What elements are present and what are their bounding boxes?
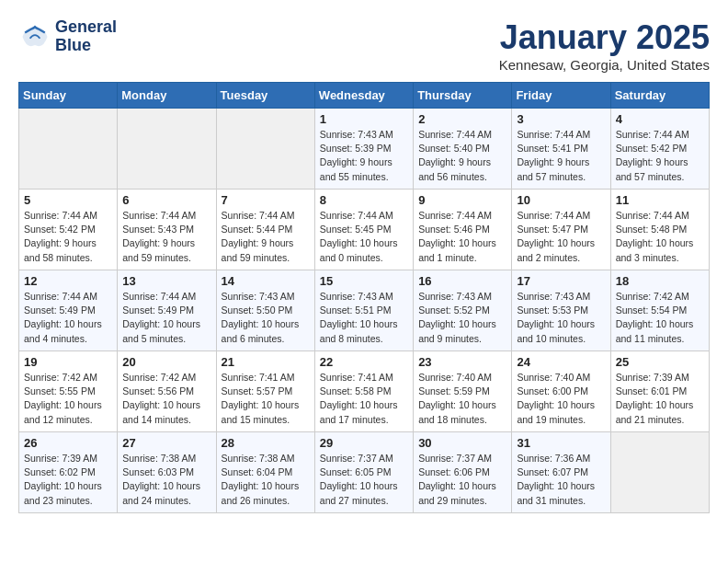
day-info: Sunrise: 7:42 AM Sunset: 5:55 PM Dayligh… xyxy=(24,371,112,427)
calendar-cell: 2Sunrise: 7:44 AM Sunset: 5:40 PM Daylig… xyxy=(414,109,512,190)
calendar-cell: 19Sunrise: 7:42 AM Sunset: 5:55 PM Dayli… xyxy=(19,351,118,432)
calendar-cell xyxy=(610,432,709,513)
calendar-cell: 25Sunrise: 7:39 AM Sunset: 6:01 PM Dayli… xyxy=(610,351,709,432)
month-title: January 2025 xyxy=(499,18,710,57)
weekday-header-tuesday: Tuesday xyxy=(216,83,314,109)
day-info: Sunrise: 7:44 AM Sunset: 5:42 PM Dayligh… xyxy=(24,209,112,265)
day-info: Sunrise: 7:44 AM Sunset: 5:40 PM Dayligh… xyxy=(418,128,506,184)
day-info: Sunrise: 7:36 AM Sunset: 6:07 PM Dayligh… xyxy=(517,452,605,508)
day-number: 12 xyxy=(24,274,112,288)
day-info: Sunrise: 7:39 AM Sunset: 6:01 PM Dayligh… xyxy=(616,371,704,427)
calendar-cell: 20Sunrise: 7:42 AM Sunset: 5:56 PM Dayli… xyxy=(118,351,216,432)
day-number: 9 xyxy=(418,193,506,207)
calendar-week-1: 1Sunrise: 7:43 AM Sunset: 5:39 PM Daylig… xyxy=(19,109,710,190)
calendar-cell: 30Sunrise: 7:37 AM Sunset: 6:06 PM Dayli… xyxy=(414,432,512,513)
calendar-table: SundayMondayTuesdayWednesdayThursdayFrid… xyxy=(18,82,710,513)
day-info: Sunrise: 7:44 AM Sunset: 5:49 PM Dayligh… xyxy=(24,290,112,346)
day-number: 1 xyxy=(320,112,408,126)
day-info: Sunrise: 7:43 AM Sunset: 5:39 PM Dayligh… xyxy=(320,128,408,184)
day-info: Sunrise: 7:37 AM Sunset: 6:06 PM Dayligh… xyxy=(418,452,506,508)
day-number: 30 xyxy=(418,436,506,450)
day-number: 23 xyxy=(418,355,506,369)
calendar-cell: 27Sunrise: 7:38 AM Sunset: 6:03 PM Dayli… xyxy=(118,432,216,513)
day-info: Sunrise: 7:44 AM Sunset: 5:44 PM Dayligh… xyxy=(222,209,310,265)
logo: General Blue xyxy=(18,18,117,55)
logo-icon xyxy=(18,20,51,53)
day-info: Sunrise: 7:44 AM Sunset: 5:43 PM Dayligh… xyxy=(122,209,210,265)
calendar-cell: 11Sunrise: 7:44 AM Sunset: 5:48 PM Dayli… xyxy=(610,190,709,270)
weekday-header-thursday: Thursday xyxy=(414,83,512,109)
calendar-cell: 9Sunrise: 7:44 AM Sunset: 5:46 PM Daylig… xyxy=(414,190,512,270)
logo-line2: Blue xyxy=(55,37,117,55)
logo-line1: General xyxy=(55,18,117,37)
weekday-header-wednesday: Wednesday xyxy=(314,83,413,109)
day-number: 21 xyxy=(222,355,310,369)
title-block: January 2025 Kennesaw, Georgia, United S… xyxy=(499,18,710,73)
calendar-cell: 31Sunrise: 7:36 AM Sunset: 6:07 PM Dayli… xyxy=(512,432,610,513)
day-number: 22 xyxy=(320,355,408,369)
weekday-header-saturday: Saturday xyxy=(610,83,709,109)
day-number: 2 xyxy=(418,112,506,126)
calendar-cell: 29Sunrise: 7:37 AM Sunset: 6:05 PM Dayli… xyxy=(314,432,413,513)
day-number: 14 xyxy=(222,274,310,288)
calendar-cell: 10Sunrise: 7:44 AM Sunset: 5:47 PM Dayli… xyxy=(512,190,610,270)
day-info: Sunrise: 7:40 AM Sunset: 5:59 PM Dayligh… xyxy=(418,371,506,427)
calendar-cell: 28Sunrise: 7:38 AM Sunset: 6:04 PM Dayli… xyxy=(216,432,314,513)
calendar-cell: 23Sunrise: 7:40 AM Sunset: 5:59 PM Dayli… xyxy=(414,351,512,432)
day-number: 16 xyxy=(418,274,506,288)
day-number: 17 xyxy=(517,274,605,288)
day-info: Sunrise: 7:40 AM Sunset: 6:00 PM Dayligh… xyxy=(517,371,605,427)
calendar-cell: 5Sunrise: 7:44 AM Sunset: 5:42 PM Daylig… xyxy=(19,190,118,270)
day-info: Sunrise: 7:44 AM Sunset: 5:48 PM Dayligh… xyxy=(616,209,704,265)
calendar-cell: 22Sunrise: 7:41 AM Sunset: 5:58 PM Dayli… xyxy=(314,351,413,432)
day-number: 27 xyxy=(122,436,210,450)
calendar-week-5: 26Sunrise: 7:39 AM Sunset: 6:02 PM Dayli… xyxy=(19,432,710,513)
calendar-cell xyxy=(118,109,216,190)
location: Kennesaw, Georgia, United States xyxy=(499,57,710,73)
day-info: Sunrise: 7:43 AM Sunset: 5:53 PM Dayligh… xyxy=(517,290,605,346)
calendar-cell: 1Sunrise: 7:43 AM Sunset: 5:39 PM Daylig… xyxy=(314,109,413,190)
calendar-cell: 3Sunrise: 7:44 AM Sunset: 5:41 PM Daylig… xyxy=(512,109,610,190)
day-info: Sunrise: 7:44 AM Sunset: 5:49 PM Dayligh… xyxy=(122,290,210,346)
calendar-cell: 6Sunrise: 7:44 AM Sunset: 5:43 PM Daylig… xyxy=(118,190,216,270)
weekday-header-row: SundayMondayTuesdayWednesdayThursdayFrid… xyxy=(19,83,710,109)
calendar-cell xyxy=(216,109,314,190)
page-header: General Blue January 2025 Kennesaw, Geor… xyxy=(18,18,710,73)
day-info: Sunrise: 7:44 AM Sunset: 5:45 PM Dayligh… xyxy=(320,209,408,265)
calendar-week-4: 19Sunrise: 7:42 AM Sunset: 5:55 PM Dayli… xyxy=(19,351,710,432)
day-info: Sunrise: 7:41 AM Sunset: 5:58 PM Dayligh… xyxy=(320,371,408,427)
day-number: 18 xyxy=(616,274,704,288)
day-info: Sunrise: 7:44 AM Sunset: 5:46 PM Dayligh… xyxy=(418,209,506,265)
day-info: Sunrise: 7:39 AM Sunset: 6:02 PM Dayligh… xyxy=(24,452,112,508)
day-number: 15 xyxy=(320,274,408,288)
day-info: Sunrise: 7:37 AM Sunset: 6:05 PM Dayligh… xyxy=(320,452,408,508)
weekday-header-sunday: Sunday xyxy=(19,83,118,109)
day-number: 28 xyxy=(222,436,310,450)
day-number: 19 xyxy=(24,355,112,369)
day-number: 8 xyxy=(320,193,408,207)
day-number: 5 xyxy=(24,193,112,207)
calendar-cell: 16Sunrise: 7:43 AM Sunset: 5:52 PM Dayli… xyxy=(414,270,512,351)
day-number: 6 xyxy=(122,193,210,207)
calendar-cell: 15Sunrise: 7:43 AM Sunset: 5:51 PM Dayli… xyxy=(314,270,413,351)
day-number: 13 xyxy=(122,274,210,288)
day-info: Sunrise: 7:42 AM Sunset: 5:54 PM Dayligh… xyxy=(616,290,704,346)
calendar-cell: 18Sunrise: 7:42 AM Sunset: 5:54 PM Dayli… xyxy=(610,270,709,351)
day-number: 7 xyxy=(222,193,310,207)
day-number: 4 xyxy=(616,112,704,126)
day-number: 31 xyxy=(517,436,605,450)
day-number: 20 xyxy=(122,355,210,369)
calendar-cell: 24Sunrise: 7:40 AM Sunset: 6:00 PM Dayli… xyxy=(512,351,610,432)
day-info: Sunrise: 7:43 AM Sunset: 5:50 PM Dayligh… xyxy=(222,290,310,346)
day-number: 11 xyxy=(616,193,704,207)
calendar-cell: 13Sunrise: 7:44 AM Sunset: 5:49 PM Dayli… xyxy=(118,270,216,351)
calendar-cell: 21Sunrise: 7:41 AM Sunset: 5:57 PM Dayli… xyxy=(216,351,314,432)
day-number: 25 xyxy=(616,355,704,369)
day-info: Sunrise: 7:44 AM Sunset: 5:41 PM Dayligh… xyxy=(517,128,605,184)
calendar-cell: 26Sunrise: 7:39 AM Sunset: 6:02 PM Dayli… xyxy=(19,432,118,513)
day-info: Sunrise: 7:42 AM Sunset: 5:56 PM Dayligh… xyxy=(122,371,210,427)
day-info: Sunrise: 7:43 AM Sunset: 5:52 PM Dayligh… xyxy=(418,290,506,346)
calendar-cell: 14Sunrise: 7:43 AM Sunset: 5:50 PM Dayli… xyxy=(216,270,314,351)
weekday-header-monday: Monday xyxy=(118,83,216,109)
day-number: 26 xyxy=(24,436,112,450)
